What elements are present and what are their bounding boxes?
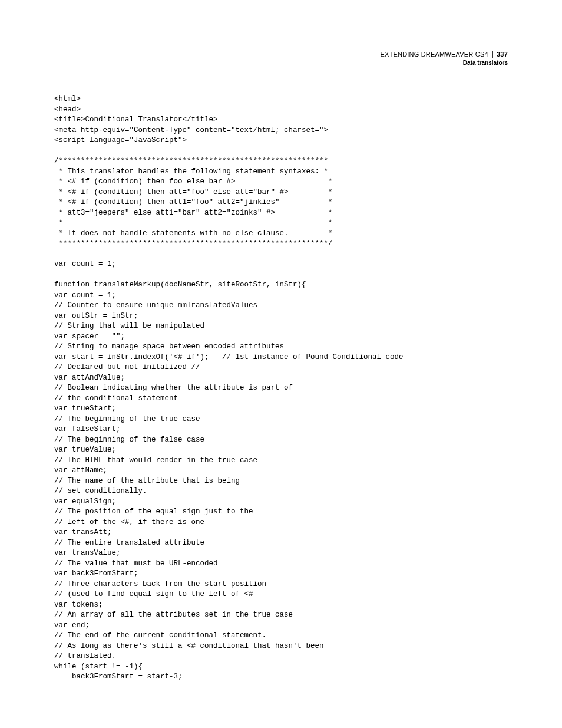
document-page: EXTENDING DREAMWEAVER CS4 337 Data trans… — [0, 0, 562, 728]
running-header: EXTENDING DREAMWEAVER CS4 337 Data trans… — [381, 51, 508, 67]
code-listing: <html> <head> <title>Conditional Transla… — [54, 94, 508, 683]
section-title: Data translators — [381, 60, 508, 67]
book-title: EXTENDING DREAMWEAVER CS4 — [381, 51, 488, 58]
page-number: 337 — [492, 51, 508, 58]
header-line-1: EXTENDING DREAMWEAVER CS4 337 — [381, 51, 508, 59]
